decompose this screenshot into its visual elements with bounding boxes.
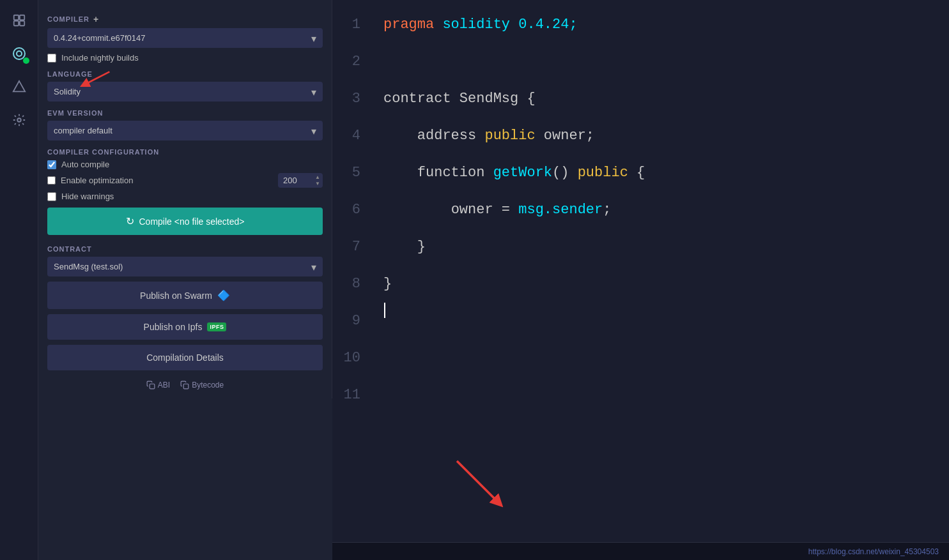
compiler-config-section-label: COMPILER CONFIGURATION (47, 148, 323, 156)
abi-copy-icon (146, 381, 155, 390)
code-line-5: function getWork () public { (383, 155, 936, 192)
auto-compile-label: Auto compile (61, 160, 109, 169)
version-number: 0.4.24; (518, 6, 577, 43)
code-line-1: pragma solidity 0.4.24; (383, 6, 936, 43)
code-line-4: address public owner; (383, 117, 936, 155)
compiler-plus-icon[interactable]: + (93, 14, 99, 24)
auto-compile-checkbox[interactable] (47, 160, 56, 169)
auto-compile-row: Auto compile (47, 160, 323, 169)
code-line-11 (383, 355, 936, 392)
compilation-details-button[interactable]: Compilation Details (47, 345, 323, 370)
compile-icon: ↻ (126, 215, 134, 227)
compiler-icon-btn[interactable] (5, 40, 33, 68)
bytecode-link[interactable]: Bytecode (180, 381, 224, 390)
pragma-keyword: pragma (383, 6, 434, 43)
publish-ipfs-label: Publish on Ipfs (144, 322, 203, 332)
compiler-badge (23, 57, 29, 64)
enable-optimization-label: Enable optimization (61, 176, 133, 185)
enable-optimization-checkbox[interactable] (47, 176, 56, 185)
compiler-section-label: COMPILER + (47, 14, 323, 24)
svg-point-7 (17, 118, 21, 122)
abi-link[interactable]: ABI (146, 381, 170, 390)
bytecode-label: Bytecode (192, 381, 224, 390)
compilation-details-label: Compilation Details (146, 352, 224, 363)
publish-swarm-button[interactable]: Publish on Swarm 🔷 (47, 282, 323, 309)
code-line-9 (383, 303, 936, 318)
code-line-8: } (383, 266, 936, 303)
hide-warnings-row: Hide warnings (47, 192, 323, 201)
hide-warnings-checkbox[interactable] (47, 192, 56, 201)
svg-rect-0 (13, 15, 18, 20)
include-nightly-row: Include nightly builds (47, 53, 323, 63)
code-line-7: } (383, 229, 936, 266)
contract-select-wrapper: SendMsg (test.sol) (47, 257, 323, 276)
include-nightly-checkbox[interactable] (47, 54, 56, 63)
editor-footer: https://blog.csdn.net/weixin_45304503 (332, 542, 949, 560)
bottom-links: ABI Bytecode (47, 378, 323, 392)
swarm-icon: 🔷 (217, 289, 230, 301)
ipfs-badge: IPFS (207, 322, 226, 331)
publish-swarm-label: Publish on Swarm (140, 291, 212, 301)
compiler-version-wrapper: 0.4.24+commit.e67f0147 0.4.25+commit.59d… (47, 28, 323, 48)
svg-rect-2 (13, 21, 18, 26)
evm-version-select[interactable]: compiler default homestead byzantium (47, 121, 323, 140)
compiler-version-select[interactable]: 0.4.24+commit.e67f0147 0.4.25+commit.59d… (47, 28, 323, 48)
include-nightly-label: Include nightly builds (61, 53, 139, 63)
svg-rect-3 (19, 21, 24, 26)
code-area[interactable]: pragma solidity 0.4.24; contract SendMsg… (371, 0, 949, 542)
code-line-6: owner = msg.sender ; (383, 192, 936, 229)
solidity-keyword: solidity (442, 6, 510, 43)
svg-rect-9 (183, 384, 189, 389)
svg-rect-1 (19, 15, 24, 20)
contract-section: CONTRACT SendMsg (test.sol) Publish on S… (47, 245, 323, 392)
icon-bar (0, 0, 38, 560)
language-section-label: LANGUAGE (47, 70, 323, 78)
bytecode-copy-icon (180, 381, 189, 390)
code-line-2 (383, 43, 936, 80)
svg-point-5 (17, 51, 22, 56)
publish-ipfs-button[interactable]: Publish on Ipfs IPFS (47, 314, 323, 340)
line-numbers: 1 2 3 4 5 6 7 8 9 10 11 (332, 0, 371, 542)
svg-rect-8 (150, 384, 155, 389)
settings-icon-btn[interactable] (5, 106, 33, 134)
spin-buttons: ▲ ▼ (314, 173, 321, 188)
deploy-icon-btn[interactable] (5, 73, 33, 101)
evm-version-section-label: EVM VERSION (47, 109, 323, 117)
optimization-num-wrapper: ▲ ▼ (278, 173, 323, 188)
contract-select[interactable]: SendMsg (test.sol) (47, 257, 323, 276)
files-icon-btn[interactable] (5, 6, 33, 34)
sidebar-panel: COMPILER + 0.4.24+commit.e67f0147 0.4.25… (38, 0, 332, 398)
abi-label: ABI (158, 381, 170, 390)
evm-version-wrapper: compiler default homestead byzantium (47, 121, 323, 140)
code-editor: 1 2 3 4 5 6 7 8 9 10 11 pragma solidity … (332, 0, 949, 560)
editor-content: 1 2 3 4 5 6 7 8 9 10 11 pragma solidity … (332, 0, 949, 542)
spin-down-icon[interactable]: ▼ (314, 181, 321, 187)
contract-section-label: CONTRACT (47, 245, 323, 253)
compile-button[interactable]: ↻ Compile <no file selected> (47, 208, 323, 235)
optimization-row: Enable optimization ▲ ▼ (47, 173, 323, 188)
spin-up-icon[interactable]: ▲ (314, 174, 321, 181)
footer-url: https://blog.csdn.net/weixin_45304503 (808, 547, 939, 556)
svg-point-4 (13, 48, 25, 59)
language-wrapper: Solidity Vyper Yul (47, 82, 323, 102)
svg-marker-6 (13, 81, 24, 91)
language-select[interactable]: Solidity Vyper Yul (47, 82, 323, 102)
hide-warnings-label: Hide warnings (61, 192, 114, 201)
code-line-3: contract SendMsg { (383, 80, 936, 117)
code-line-10 (383, 318, 936, 355)
compile-button-label: Compile <no file selected> (139, 216, 245, 227)
